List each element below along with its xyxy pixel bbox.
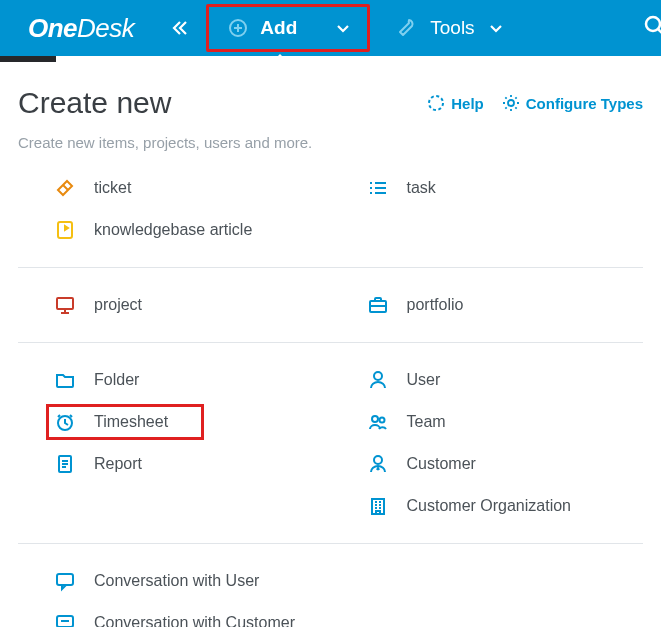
section-col-left: Conversation with User Conversation with… bbox=[18, 548, 331, 627]
create-report[interactable]: Report bbox=[18, 443, 331, 485]
add-button[interactable]: Add bbox=[208, 0, 368, 56]
report-icon bbox=[54, 453, 76, 475]
page-header: Create new Help Configure Types bbox=[18, 86, 643, 120]
chevron-down-icon bbox=[336, 21, 350, 35]
create-ticket[interactable]: ticket bbox=[18, 167, 331, 209]
portfolio-icon bbox=[367, 294, 389, 316]
chat-icon bbox=[54, 570, 76, 592]
create-portfolio[interactable]: portfolio bbox=[331, 284, 644, 326]
section: Folder Timesheet Report User Team bbox=[18, 343, 643, 544]
item-label: Timesheet bbox=[94, 413, 168, 431]
svg-rect-5 bbox=[57, 298, 73, 309]
item-label: portfolio bbox=[407, 296, 464, 314]
item-label: Folder bbox=[94, 371, 139, 389]
logo: OneDesk bbox=[0, 13, 158, 44]
section-col-left: Folder Timesheet Report bbox=[18, 347, 331, 539]
chevron-down-icon bbox=[489, 21, 503, 35]
item-label: Customer Organization bbox=[407, 497, 572, 515]
search-button[interactable] bbox=[643, 14, 661, 42]
create-customer-org[interactable]: Customer Organization bbox=[331, 485, 644, 527]
create-team[interactable]: Team bbox=[331, 401, 644, 443]
section-col-right: task bbox=[331, 155, 644, 263]
tools-button[interactable]: Tools bbox=[380, 0, 518, 56]
topbar: OneDesk Add Tools bbox=[0, 0, 661, 56]
item-label: ticket bbox=[94, 179, 131, 197]
item-label: project bbox=[94, 296, 142, 314]
item-label: Report bbox=[94, 455, 142, 473]
item-label: Conversation with Customer bbox=[94, 614, 295, 627]
header-actions: Help Configure Types bbox=[427, 94, 643, 112]
svg-point-1 bbox=[646, 17, 660, 31]
svg-point-3 bbox=[508, 100, 514, 106]
wrench-icon bbox=[396, 18, 416, 38]
add-button-wrap: Add bbox=[208, 0, 368, 56]
svg-point-11 bbox=[379, 418, 384, 423]
help-label: Help bbox=[451, 95, 484, 112]
create-conversation-customer[interactable]: Conversation with Customer bbox=[18, 602, 331, 627]
section-col-left: ticket knowledgebase article bbox=[18, 155, 331, 263]
ticket-icon bbox=[54, 177, 76, 199]
chat-icon bbox=[54, 612, 76, 627]
page-subtitle: Create new items, projects, users and mo… bbox=[18, 134, 643, 151]
logo-part2: Desk bbox=[77, 13, 134, 43]
folder-icon bbox=[54, 369, 76, 391]
help-link[interactable]: Help bbox=[427, 94, 484, 112]
configure-types-link[interactable]: Configure Types bbox=[502, 94, 643, 112]
configure-label: Configure Types bbox=[526, 95, 643, 112]
create-conversation-user[interactable]: Conversation with User bbox=[18, 560, 331, 602]
search-icon bbox=[643, 14, 661, 38]
tools-label: Tools bbox=[430, 17, 474, 39]
clock-icon bbox=[54, 411, 76, 433]
item-label: Team bbox=[407, 413, 446, 431]
team-icon bbox=[367, 411, 389, 433]
gear-icon bbox=[502, 94, 520, 112]
item-label: Customer bbox=[407, 455, 476, 473]
add-label: Add bbox=[260, 17, 297, 39]
item-label: User bbox=[407, 371, 441, 389]
organization-icon bbox=[367, 495, 389, 517]
item-label: knowledgebase article bbox=[94, 221, 252, 239]
customer-icon bbox=[367, 453, 389, 475]
chevron-double-left-icon bbox=[172, 20, 188, 36]
article-icon bbox=[54, 219, 76, 241]
section-col-left: project bbox=[18, 272, 331, 338]
create-project[interactable]: project bbox=[18, 284, 331, 326]
svg-point-2 bbox=[429, 96, 443, 110]
create-timesheet[interactable]: Timesheet bbox=[18, 401, 331, 443]
task-icon bbox=[367, 177, 389, 199]
create-user[interactable]: User bbox=[331, 359, 644, 401]
collapse-sidebar-button[interactable] bbox=[158, 0, 202, 56]
user-icon bbox=[367, 369, 389, 391]
create-task[interactable]: task bbox=[331, 167, 644, 209]
section: ticket knowledgebase article task bbox=[18, 151, 643, 268]
section: Conversation with User Conversation with… bbox=[18, 544, 643, 627]
add-dropdown-caret[interactable] bbox=[317, 0, 368, 56]
plus-circle-icon bbox=[228, 18, 248, 38]
svg-rect-14 bbox=[57, 574, 73, 585]
item-label: Conversation with User bbox=[94, 572, 259, 590]
content: Create new Help Configure Types Create n… bbox=[0, 62, 661, 627]
project-icon bbox=[54, 294, 76, 316]
svg-point-10 bbox=[372, 416, 378, 422]
add-main[interactable]: Add bbox=[208, 17, 317, 39]
create-customer[interactable]: Customer bbox=[331, 443, 644, 485]
page-title: Create new bbox=[18, 86, 171, 120]
create-kb-article[interactable]: knowledgebase article bbox=[18, 209, 331, 251]
logo-part1: One bbox=[28, 13, 77, 43]
section-col-right bbox=[331, 548, 644, 627]
svg-point-9 bbox=[374, 372, 382, 380]
section-col-right: portfolio bbox=[331, 272, 644, 338]
item-label: task bbox=[407, 179, 436, 197]
section-col-right: User Team Customer Customer Organization bbox=[331, 347, 644, 539]
active-tab-indicator bbox=[0, 56, 661, 62]
svg-point-12 bbox=[374, 456, 382, 464]
create-folder[interactable]: Folder bbox=[18, 359, 331, 401]
section: project portfolio bbox=[18, 268, 643, 343]
help-icon bbox=[427, 94, 445, 112]
